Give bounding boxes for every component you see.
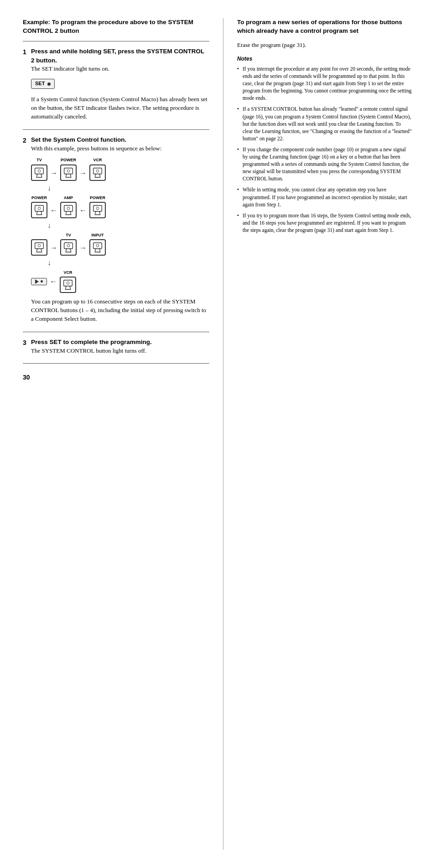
btn-blank-1 [31, 232, 47, 256]
note-3: If you change the component code number … [237, 146, 412, 182]
divider-3 [23, 332, 209, 332]
btn-power-2-label: POWER [31, 195, 47, 201]
arrow-down-2: ↓ [47, 220, 209, 231]
divider-1 [23, 41, 209, 41]
hand-icon-6 [91, 204, 104, 216]
arrow-down-3: ↓ [47, 257, 209, 268]
arrow-down-1: ↓ [47, 183, 209, 193]
hand-icon-9 [91, 241, 104, 254]
svg-rect-6 [35, 205, 44, 211]
svg-rect-8 [64, 205, 73, 211]
step-1-num: 1 [23, 47, 26, 56]
left-column: Example: To program the procedure above … [23, 18, 223, 850]
note-4: While in setting mode, you cannot clear … [237, 186, 412, 208]
step-3-num: 3 [23, 338, 26, 347]
step-1-para2: If a System Control function (System Con… [31, 95, 209, 121]
notes-list: If you interrupt the procedure at any po… [237, 65, 412, 234]
right-header: To program a new series of operations fo… [237, 18, 412, 36]
left-header: Example: To program the procedure above … [23, 18, 209, 36]
btn-power-3-label: POWER [90, 195, 105, 201]
note-2: If a SYSTEM CONTROL button has already "… [237, 105, 412, 142]
step-3-content: Press SET to complete the programming. T… [31, 338, 209, 355]
svg-rect-10 [93, 205, 102, 211]
step-3-para1: The SYSTEM CONTROL button light turns of… [31, 347, 209, 355]
step-3-block: 3 Press SET to complete the programming.… [23, 338, 209, 358]
play-triangle-icon [35, 279, 39, 284]
svg-point-19 [67, 282, 69, 285]
btn-power-1-label: POWER [61, 157, 76, 163]
btn-blank-1-icon [31, 239, 47, 256]
step-2-content: Set the System Control function. With th… [31, 135, 209, 324]
hand-icon-8 [62, 241, 75, 254]
btn-vcr-1-icon [89, 164, 106, 181]
btn-vcr-2: VCR [60, 270, 76, 293]
svg-rect-16 [93, 243, 102, 249]
btn-power-2: POWER [31, 195, 47, 218]
btn-amp-1-icon [60, 202, 77, 218]
arrow-right-2: → [79, 169, 87, 177]
btn-power-3: POWER [89, 195, 106, 218]
erase-text: Erase the program (page 31). [237, 41, 412, 50]
right-column: To program a new series of operations fo… [223, 18, 412, 850]
step-2-block: 2 Set the System Control function. With … [23, 135, 209, 326]
play-dot-icon [41, 280, 43, 282]
button-diagram: TV → [31, 157, 209, 293]
diagram-row-3: → TV [31, 232, 209, 256]
btn-amp-1-label: AMP [64, 195, 73, 201]
svg-point-11 [96, 207, 99, 210]
page: Example: To program the procedure above … [0, 0, 435, 868]
svg-point-1 [38, 169, 41, 172]
btn-vcr-2-label: VCR [63, 270, 72, 276]
btn-vcr-2-icon [60, 277, 76, 293]
svg-rect-18 [64, 280, 72, 286]
btn-power-1: POWER [60, 157, 77, 180]
btn-vcr-1: VCR [89, 157, 106, 180]
step-1-block: 1 Press and while holding SET, press the… [23, 47, 209, 124]
svg-rect-12 [35, 243, 44, 249]
set-label: SET [35, 80, 45, 87]
svg-rect-4 [93, 168, 102, 174]
notes-title: Notes [237, 55, 412, 63]
step-1-para1: The SET indicator light turns on. [31, 65, 209, 73]
svg-point-15 [67, 244, 70, 247]
btn-input-1-icon [89, 239, 106, 256]
btn-power-3-icon [89, 202, 106, 218]
btn-tv-2-icon [60, 239, 77, 256]
note-1: If you interrupt the procedure at any po… [237, 65, 412, 102]
set-indicator: SET [31, 79, 55, 89]
diagram-row-1: TV → [31, 157, 209, 180]
arrow-right-3: → [50, 244, 57, 252]
step-1-content: Press and while holding SET, press the S… [31, 47, 209, 121]
arrow-right-4: → [79, 244, 87, 252]
hand-icon-3 [91, 166, 104, 179]
arrow-left-3: ← [50, 278, 57, 285]
set-dot-icon [47, 82, 51, 86]
svg-point-3 [67, 169, 70, 172]
arrow-left-1: ← [50, 207, 57, 214]
step-2-caption: You can program up to 16 consecutive ste… [31, 298, 209, 324]
btn-power-2-icon [31, 202, 47, 218]
btn-tv-1: TV [31, 157, 47, 180]
btn-tv-1-icon [31, 164, 47, 181]
step-1-title: Press and while holding SET, press the S… [31, 48, 204, 64]
hand-icon-7 [33, 241, 46, 254]
play-indicator [31, 278, 47, 285]
divider-4 [23, 363, 209, 364]
divider-2 [23, 129, 209, 130]
svg-rect-2 [64, 168, 73, 174]
hand-icon-2 [62, 166, 75, 179]
btn-input-1: INPUT [89, 232, 106, 256]
diagram-row-4: ← VCR [31, 270, 209, 293]
btn-vcr-1-label: VCR [93, 157, 102, 163]
hand-icon-5 [62, 204, 75, 216]
arrow-left-2: ← [79, 207, 87, 214]
step-2-title: Set the System Control function. [31, 136, 126, 143]
page-number: 30 [23, 373, 209, 382]
svg-point-5 [96, 169, 99, 172]
btn-input-1-label: INPUT [92, 232, 104, 238]
hand-icon-10 [62, 278, 74, 291]
note-5: If you try to program more than 16 steps… [237, 212, 412, 234]
arrow-right-1: → [50, 169, 57, 177]
step-3-title: Press SET to complete the programming. [31, 339, 152, 345]
svg-point-13 [38, 244, 41, 247]
